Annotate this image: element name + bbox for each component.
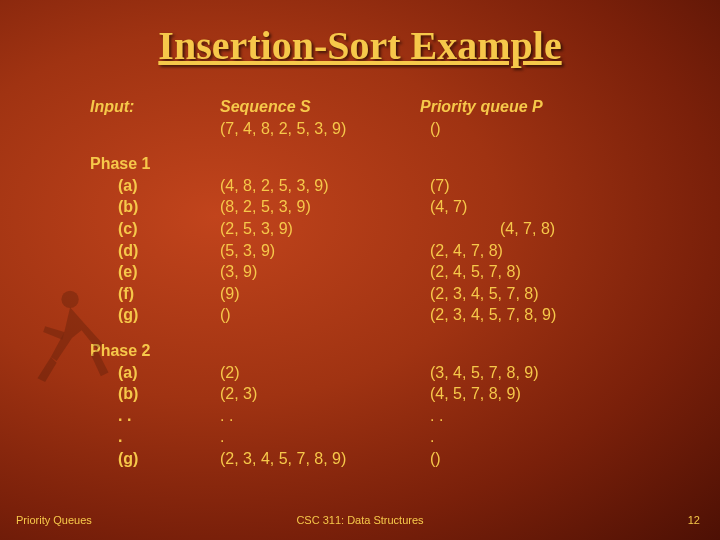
phase1-row: (g) () (2, 3, 4, 5, 7, 8, 9) [90, 304, 690, 326]
phase2-seq: (2, 3) [220, 383, 430, 405]
phase1-seq: (2, 5, 3, 9) [220, 218, 430, 240]
phase1-pq: (2, 4, 5, 7, 8) [430, 261, 650, 283]
phase2-pq: () [430, 448, 650, 470]
phase2-pq: (3, 4, 5, 7, 8, 9) [430, 362, 650, 384]
phase1-row: (d) (5, 3, 9) (2, 4, 7, 8) [90, 240, 690, 262]
phase1-step: (a) [90, 175, 220, 197]
phase1-pq: (4, 7) [430, 196, 650, 218]
phase2-pq: . . [430, 405, 650, 427]
input-data-row: (7, 4, 8, 2, 5, 3, 9) () [90, 118, 690, 140]
sequence-header: Sequence S [220, 96, 420, 118]
phase1-row: (b) (8, 2, 5, 3, 9) (4, 7) [90, 196, 690, 218]
phase1-pq: (2, 4, 7, 8) [430, 240, 650, 262]
input-sequence: (7, 4, 8, 2, 5, 3, 9) [220, 118, 430, 140]
spacer [90, 326, 690, 340]
phase1-pq: (4, 7, 8) [430, 218, 650, 240]
phase2-row: . . . [90, 426, 690, 448]
phase1-pq: (2, 3, 4, 5, 7, 8) [430, 283, 650, 305]
phase1-row: (e) (3, 9) (2, 4, 5, 7, 8) [90, 261, 690, 283]
phase1-row: (f) (9) (2, 3, 4, 5, 7, 8) [90, 283, 690, 305]
phase2-pq: (4, 5, 7, 8, 9) [430, 383, 650, 405]
phase2-pq: . [430, 426, 650, 448]
runner-decoration [24, 280, 120, 390]
phase2-seq: . . [220, 405, 430, 427]
phase1-seq: () [220, 304, 430, 326]
phase1-seq: (8, 2, 5, 3, 9) [220, 196, 430, 218]
phase1-step: (b) [90, 196, 220, 218]
phase1-step: (c) [90, 218, 220, 240]
phase1-seq: (4, 8, 2, 5, 3, 9) [220, 175, 430, 197]
phase1-label: Phase 1 [90, 153, 220, 175]
phase1-pq: (2, 3, 4, 5, 7, 8, 9) [430, 304, 650, 326]
phase2-row: (a) (2) (3, 4, 5, 7, 8, 9) [90, 362, 690, 384]
phase1-row: (a) (4, 8, 2, 5, 3, 9) (7) [90, 175, 690, 197]
input-label: Input: [90, 96, 220, 118]
slide-number: 12 [688, 514, 700, 526]
priority-queue-header: Priority queue P [420, 96, 640, 118]
phase2-seq: (2) [220, 362, 430, 384]
slide: Insertion-Sort Example Input: Sequence S… [0, 0, 720, 540]
phase1-row: (c) (2, 5, 3, 9) (4, 7, 8) [90, 218, 690, 240]
slide-title: Insertion-Sort Example [0, 0, 720, 69]
phase1-seq: (5, 3, 9) [220, 240, 430, 262]
spacer [90, 139, 690, 153]
header-row: Input: Sequence S Priority queue P [90, 96, 690, 118]
input-pq: () [430, 118, 650, 140]
phase2-row: (b) (2, 3) (4, 5, 7, 8, 9) [90, 383, 690, 405]
phase1-seq: (9) [220, 283, 430, 305]
phase2-step: . . [90, 405, 220, 427]
phase2-step: (g) [90, 448, 220, 470]
phase1-pq: (7) [430, 175, 650, 197]
phase2-step: . [90, 426, 220, 448]
svg-point-0 [61, 291, 78, 308]
phase2-seq: (2, 3, 4, 5, 7, 8, 9) [220, 448, 430, 470]
phase1-seq: (3, 9) [220, 261, 430, 283]
phase1-label-row: Phase 1 [90, 153, 690, 175]
phase2-row: . . . . . . [90, 405, 690, 427]
phase2-row: (g) (2, 3, 4, 5, 7, 8, 9) () [90, 448, 690, 470]
phase1-step: (d) [90, 240, 220, 262]
phase2-label-row: Phase 2 [90, 340, 690, 362]
footer-center: CSC 311: Data Structures [0, 514, 720, 526]
phase2-seq: . [220, 426, 430, 448]
